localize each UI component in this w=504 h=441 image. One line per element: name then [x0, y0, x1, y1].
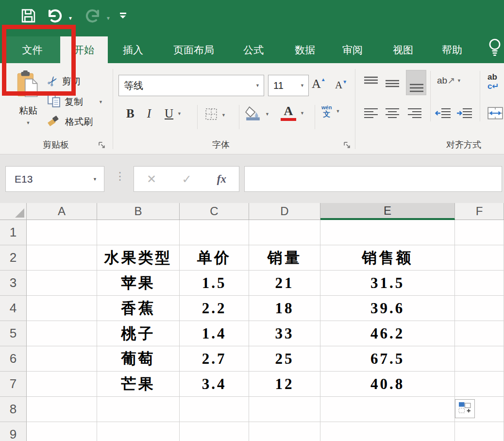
font-color-dropdown[interactable]: ▼: [300, 111, 304, 116]
column-header-E[interactable]: E: [320, 203, 455, 220]
ribbon-tab-4[interactable]: 公式: [233, 36, 274, 63]
merge-center-button[interactable]: [487, 107, 503, 121]
align-center-button[interactable]: [385, 108, 400, 120]
cell-F2[interactable]: [455, 245, 504, 271]
cell-A2[interactable]: [27, 245, 97, 271]
column-header-F[interactable]: F: [455, 203, 504, 220]
cell-A6[interactable]: [27, 346, 97, 372]
phonetic-guide-button[interactable]: wén 文 ▼: [321, 105, 340, 118]
paste-dropdown[interactable]: ▼: [9, 120, 48, 125]
column-header-C[interactable]: C: [180, 203, 249, 220]
cell-B6[interactable]: 葡萄: [97, 346, 180, 372]
italic-button[interactable]: I: [140, 107, 158, 120]
ribbon-tab-8[interactable]: 帮助: [432, 36, 472, 63]
cell-E7[interactable]: 40.8: [320, 372, 455, 397]
shrink-font-button[interactable]: A▼: [335, 79, 347, 91]
cell-E2[interactable]: 销售额: [320, 245, 455, 271]
grow-font-button[interactable]: A▲: [312, 77, 326, 91]
cell-A3[interactable]: [27, 271, 97, 296]
cell-D7[interactable]: 12: [249, 372, 320, 397]
borders-dropdown[interactable]: ▼: [221, 113, 226, 118]
align-right-button[interactable]: [407, 108, 422, 120]
format-painter-button[interactable]: 格式刷: [48, 115, 93, 129]
font-name-combo[interactable]: 等线 ▼: [118, 75, 264, 96]
orientation-dropdown[interactable]: ▼: [457, 78, 461, 83]
redo-button[interactable]: [84, 9, 102, 25]
bold-button[interactable]: B: [120, 107, 140, 120]
row-header-7[interactable]: 7: [0, 372, 27, 397]
cell-A8[interactable]: [27, 397, 97, 422]
cell-C3[interactable]: 1.5: [180, 271, 249, 296]
cell-D4[interactable]: 18: [249, 296, 320, 321]
save-button[interactable]: [20, 8, 36, 26]
cell-B9[interactable]: [97, 422, 180, 441]
cell-C6[interactable]: 2.7: [180, 346, 249, 372]
underline-dropdown[interactable]: ▼: [177, 111, 182, 116]
cell-C4[interactable]: 2.2: [180, 296, 249, 321]
cell-E5[interactable]: 46.2: [320, 321, 455, 346]
cell-F1[interactable]: [455, 220, 504, 245]
cell-E6[interactable]: 67.5: [320, 346, 455, 372]
cell-F6[interactable]: [455, 346, 504, 372]
row-header-4[interactable]: 4: [0, 296, 27, 321]
font-size-dropdown[interactable]: ▼: [300, 83, 308, 88]
cell-C8[interactable]: [180, 397, 249, 422]
select-all-corner[interactable]: [0, 203, 27, 220]
ribbon-tab-7[interactable]: 视图: [383, 36, 423, 63]
font-size-combo[interactable]: 11 ▼: [268, 75, 309, 96]
tab-file[interactable]: 文件: [4, 36, 60, 63]
orientation-button[interactable]: ab↗ ▼: [437, 75, 461, 86]
cell-F7[interactable]: [455, 372, 504, 397]
cell-A9[interactable]: [27, 422, 97, 441]
cell-D6[interactable]: 25: [249, 346, 320, 372]
column-header-D[interactable]: D: [249, 203, 320, 220]
cell-C2[interactable]: 单价: [180, 245, 249, 271]
row-header-9[interactable]: 9: [0, 422, 27, 441]
row-header-5[interactable]: 5: [0, 321, 27, 346]
cell-B1[interactable]: [97, 220, 180, 245]
customize-quick-access-icon[interactable]: [120, 13, 127, 18]
tell-me-lightbulb-icon[interactable]: [487, 38, 502, 59]
cell-C7[interactable]: 3.4: [180, 372, 249, 397]
bottom-align-button[interactable]: [409, 83, 424, 96]
cell-B5[interactable]: 桃子: [97, 321, 180, 346]
cell-B7[interactable]: 芒果: [97, 372, 180, 397]
increase-indent-button[interactable]: [456, 108, 473, 120]
font-name-dropdown[interactable]: ▼: [255, 83, 264, 88]
cancel-icon[interactable]: ✕: [147, 172, 156, 186]
cell-E9[interactable]: [320, 422, 455, 441]
cell-F4[interactable]: [455, 296, 504, 321]
cell-B8[interactable]: [97, 397, 180, 422]
top-align-button[interactable]: [363, 76, 379, 88]
underline-button[interactable]: U: [158, 107, 177, 120]
cell-D9[interactable]: [249, 422, 320, 441]
cell-D3[interactable]: 21: [249, 271, 320, 296]
cell-D5[interactable]: 33: [249, 321, 320, 346]
column-header-A[interactable]: A: [27, 203, 97, 220]
cell-A7[interactable]: [27, 372, 97, 397]
cell-C9[interactable]: [180, 422, 249, 441]
fill-color-button[interactable]: ▼: [245, 106, 269, 122]
formula-bar-resize-handle[interactable]: ⋮: [115, 170, 124, 183]
name-box-dropdown[interactable]: ▼: [93, 177, 104, 182]
clipboard-dialog-launcher-icon[interactable]: [99, 142, 105, 151]
row-header-2[interactable]: 2: [0, 245, 27, 271]
ribbon-tab-3[interactable]: 页面布局: [163, 36, 224, 63]
row-header-3[interactable]: 3: [0, 271, 27, 296]
cell-F9[interactable]: [455, 422, 504, 441]
column-header-B[interactable]: B: [97, 203, 180, 220]
ribbon-tab-2[interactable]: 插入: [113, 36, 153, 63]
row-header-8[interactable]: 8: [0, 397, 27, 422]
cell-E8[interactable]: [320, 397, 455, 422]
cell-A1[interactable]: [27, 220, 97, 245]
cell-E1[interactable]: [320, 220, 455, 245]
fill-color-dropdown[interactable]: ▼: [265, 112, 269, 117]
row-header-1[interactable]: 1: [0, 220, 27, 245]
cell-B4[interactable]: 香蕉: [97, 296, 180, 321]
undo-button[interactable]: [46, 9, 64, 25]
undo-dropdown[interactable]: ▼: [68, 16, 73, 21]
cell-E4[interactable]: 39.6: [320, 296, 455, 321]
ribbon-tab-6[interactable]: 审阅: [332, 36, 373, 63]
ribbon-tab-5[interactable]: 数据: [285, 36, 325, 63]
cell-D8[interactable]: [249, 397, 320, 422]
